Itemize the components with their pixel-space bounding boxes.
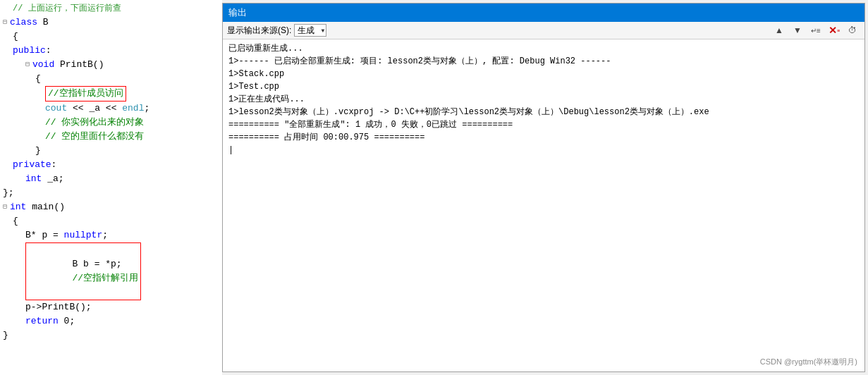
code-comment: //空指针解引用 (72, 273, 138, 283)
code-text: public (13, 44, 46, 58)
output-cursor: | (228, 144, 859, 156)
code-text: { (35, 72, 41, 86)
keyword-private: private (13, 158, 51, 172)
output-line: ========== 占用时间 00:00.975 ========== (228, 131, 859, 144)
code-line: // 你实例化出来的对象 (0, 116, 176, 130)
output-line: 1>正在生成代码... (228, 93, 859, 106)
code-text: PrintB() (54, 58, 104, 72)
watermark: CSDN @rygttm(举杯邀明月) (760, 357, 857, 367)
scroll-up-button[interactable]: ▲ (771, 23, 787, 37)
code-text: 0; (59, 314, 75, 328)
output-toolbar: 显示输出来源(S): 生成 调试 全部 ▲ ▼ ↵≡ ✕≡ ⏱ (223, 22, 864, 39)
code-line: ⊟ class B (0, 16, 222, 30)
code-line: { (0, 214, 222, 228)
code-line: { (0, 72, 222, 86)
code-line: p->PrintB(); (0, 300, 222, 314)
code-line: ⊟ void PrintB() (0, 58, 222, 72)
fold-icon[interactable]: ⊟ (0, 18, 10, 27)
code-line: return 0; (0, 314, 222, 328)
code-line: }; (0, 186, 222, 200)
code-line: // 空的里面什么都没有 (0, 130, 176, 144)
code-line: B b = *p; //空指针解引用 (0, 242, 222, 300)
output-line: 1>Stack.cpp (228, 68, 859, 80)
source-select-wrapper[interactable]: 生成 调试 全部 (294, 24, 326, 37)
highlight-deref: B b = *p; //空指针解引用 (25, 242, 141, 300)
fold-icon[interactable]: ⊟ (23, 60, 32, 70)
output-title-bar: 输出 (223, 4, 864, 22)
output-line: ========== "全部重新生成": 1 成功，0 失败，0已跳过 ====… (228, 118, 859, 131)
code-text: : (46, 44, 51, 58)
output-line: 1>lesson2类与对象（上）.vcxproj -> D:\C++初阶学习\l… (228, 106, 859, 118)
code-content: // 上面运行，下面运行前查 ⊟ class B { public : ⊟ vo… (0, 0, 222, 344)
code-line: } (0, 144, 222, 158)
code-line: int _a; (0, 172, 222, 186)
clock-button[interactable]: ⏱ (845, 23, 860, 37)
code-line: // 上面运行，下面运行前查 (0, 1, 222, 16)
source-label: 显示输出来源(S): (227, 25, 291, 37)
code-text: << _a << (67, 102, 122, 116)
source-select[interactable]: 生成 调试 全部 (294, 24, 326, 37)
code-text: B* p = (25, 228, 64, 242)
code-text: main() (26, 200, 65, 214)
code-text: B b = *p; (72, 259, 121, 269)
code-line: } (0, 328, 222, 343)
keyword-return: return (25, 314, 59, 328)
code-text: } (35, 144, 41, 158)
code-text: }; (3, 186, 14, 200)
output-line: 已启动重新生成... (228, 42, 859, 55)
output-line: 1>------ 已启动全部重新生成: 项目: lesson2类与对象（上）, … (228, 55, 859, 68)
scroll-down-button[interactable]: ▼ (790, 23, 805, 37)
code-text: ; (144, 102, 149, 116)
code-text: p->PrintB(); (25, 300, 92, 314)
code-line: public : (0, 44, 222, 58)
keyword-int: int (25, 172, 42, 186)
code-cout: cout (45, 102, 67, 116)
code-endl: endl (122, 102, 144, 116)
code-text: ; (102, 228, 108, 242)
code-text: : (51, 158, 57, 172)
code-line: ⊟ int main() (0, 200, 222, 214)
output-panel: 输出 显示输出来源(S): 生成 调试 全部 ▲ ▼ ↵≡ ✕≡ ⏱ 已启动重新… (222, 3, 865, 372)
word-wrap-button[interactable]: ↵≡ (808, 23, 824, 37)
code-text: B (37, 16, 49, 30)
keyword-int-main: int (10, 200, 26, 214)
code-text: { (13, 30, 18, 44)
code-panel: // 上面运行，下面运行前查 ⊟ class B { public : ⊟ vo… (0, 0, 222, 375)
output-line: 1>Test.cpp (228, 80, 859, 93)
code-line: //空指针成员访问 (0, 86, 222, 102)
fold-icon-main[interactable]: ⊟ (0, 202, 10, 212)
code-line: cout << _a << endl ; (0, 102, 222, 116)
output-title: 输出 (228, 7, 247, 18)
code-text: // 空的里面什么都没有 (45, 130, 144, 144)
code-text: // 你实例化出来的对象 (45, 116, 144, 130)
code-text: } (3, 328, 8, 343)
keyword-void: void (32, 58, 54, 72)
clear-button[interactable]: ✕≡ (826, 23, 842, 37)
code-text: // 上面运行，下面运行前查 (13, 1, 121, 16)
highlight-comment: //空指针成员访问 (45, 86, 126, 102)
code-text: _a; (42, 172, 63, 186)
keyword-nullptr: nullptr (64, 228, 103, 242)
code-line: B* p = nullptr ; (0, 228, 222, 242)
code-line: { (0, 30, 222, 44)
keyword-class: class (10, 16, 37, 30)
output-content: 已启动重新生成... 1>------ 已启动全部重新生成: 项目: lesso… (223, 39, 864, 371)
code-text: { (13, 214, 18, 228)
code-line: private : (0, 158, 222, 172)
